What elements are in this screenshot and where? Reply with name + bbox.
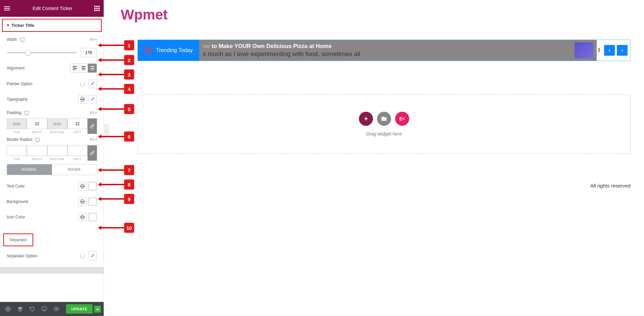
update-dropdown[interactable]	[94, 306, 101, 313]
link-icon	[90, 151, 95, 155]
width-label: Width	[7, 37, 17, 42]
text-color-control: Text Color	[0, 178, 104, 194]
device-icon[interactable]	[35, 138, 40, 141]
separator-edit-button[interactable]	[88, 252, 97, 260]
background-globe[interactable]	[78, 197, 87, 206]
ticker-nav: ‹ ›	[601, 40, 630, 61]
annotation-badge: 6	[124, 131, 134, 142]
padding-top-input[interactable]	[7, 118, 27, 129]
update-button[interactable]: UPDATE	[66, 304, 93, 314]
pointer-reset-button[interactable]	[78, 80, 87, 88]
section-ticker-title[interactable]: Ticker Title	[2, 19, 102, 32]
device-icon[interactable]	[24, 111, 29, 114]
text-color-globe[interactable]	[78, 182, 87, 191]
background-label: Background	[7, 199, 28, 204]
ticker-title-block: Trending Today	[138, 40, 199, 61]
menu-icon[interactable]	[4, 6, 11, 10]
section-label: Ticker Title	[11, 23, 34, 28]
padding-link-button[interactable]	[88, 118, 97, 134]
padding-right-input[interactable]	[27, 118, 47, 129]
add-template-button[interactable]	[377, 112, 391, 126]
annotation-badge: 9	[124, 194, 134, 204]
br-bottom-input[interactable]	[47, 145, 67, 156]
typography-control: Typography	[0, 92, 104, 107]
footer-rights: All rights reserved	[590, 183, 631, 189]
br-left-input[interactable]	[67, 145, 88, 156]
width-control: Width PX	[0, 34, 104, 45]
history-icon[interactable]	[27, 304, 38, 314]
align-right-button[interactable]	[88, 64, 97, 72]
typography-label: Typography	[7, 97, 28, 102]
icon-color-control: Icon Color	[0, 209, 104, 225]
ticker-indicator-icon	[145, 47, 152, 54]
pencil-icon	[90, 254, 95, 258]
padding-unit[interactable]: PX	[90, 111, 97, 115]
add-section-button[interactable]: +	[359, 112, 373, 126]
pencil-icon	[90, 97, 95, 102]
drop-area[interactable]: + E< Drag widget here	[138, 95, 631, 154]
padding-bottom-input[interactable]	[47, 118, 67, 129]
align-center-button[interactable]	[79, 64, 88, 72]
brand-title: Wpmet	[121, 7, 631, 23]
border-radius-unit[interactable]: PX	[90, 138, 97, 142]
border-radius-label: Border Radius	[7, 137, 33, 142]
preview-icon[interactable]	[51, 304, 62, 314]
ticker-widget[interactable]: Trending Today ow to Make YOUR Own Delic…	[138, 40, 631, 61]
tab-hover[interactable]: HOVER	[52, 164, 97, 175]
alignment-group	[70, 63, 97, 73]
icon-color-globe[interactable]	[78, 213, 87, 221]
ticker-subline: s much as I love experimenting with food…	[203, 50, 571, 58]
annotation-badge: 4	[124, 84, 134, 94]
icon-color-label: Icon Color	[7, 215, 25, 219]
padding-inputs: TOP RIGHT BOTTOM LEFT	[0, 118, 104, 134]
panel-title: Edit Content Ticker	[33, 6, 72, 11]
link-icon	[90, 124, 95, 128]
typography-globe-button[interactable]	[78, 95, 87, 104]
globe-icon	[80, 199, 85, 204]
padding-control: Padding PX	[0, 107, 104, 118]
ticker-thumbnail	[575, 42, 593, 58]
typography-edit-button[interactable]	[88, 95, 97, 104]
svg-rect-1	[42, 307, 46, 310]
annotation-badge: 10	[124, 223, 134, 233]
annotation-badge: 8	[124, 179, 134, 190]
br-right-input[interactable]	[27, 145, 47, 156]
padding-left-input[interactable]	[67, 118, 88, 129]
width-input[interactable]	[80, 48, 97, 57]
state-tabs: NORMAL HOVER	[7, 164, 97, 175]
separator-reset-button[interactable]	[78, 252, 87, 260]
preview-area: Wpmet Trending Today ow to Make YOUR Own…	[104, 0, 644, 316]
icon-color-swatch[interactable]	[88, 213, 97, 221]
separator-option-control: Separator Option	[0, 248, 104, 264]
chevron-down-icon	[7, 24, 9, 26]
annotation-badge: 2	[124, 55, 134, 65]
annotation-badge: 3	[124, 69, 134, 80]
annotation-badge: 5	[124, 104, 134, 114]
sidebar-header: Edit Content Ticker	[0, 0, 104, 17]
align-left-button[interactable]	[70, 64, 79, 72]
svg-point-2	[56, 308, 57, 310]
device-icon[interactable]	[20, 38, 24, 41]
responsive-icon[interactable]	[39, 304, 50, 314]
color-swatch	[89, 213, 96, 221]
ticker-title-text: Trending Today	[156, 47, 193, 53]
ticker-next-button[interactable]: ›	[617, 45, 628, 56]
ticker-prev-button[interactable]: ‹	[604, 45, 615, 56]
width-slider[interactable]	[7, 52, 77, 53]
settings-icon[interactable]	[3, 304, 13, 314]
add-ek-button[interactable]: E<	[395, 112, 409, 126]
annotation-badge: 7	[124, 165, 134, 175]
navigator-icon[interactable]	[15, 304, 25, 314]
background-swatch[interactable]	[88, 197, 97, 206]
br-top-input[interactable]	[7, 145, 27, 156]
alignment-control: Alignment	[0, 60, 104, 76]
text-color-swatch[interactable]	[88, 182, 97, 191]
apps-icon[interactable]	[94, 6, 100, 11]
pointer-label: Pointer Option	[7, 82, 33, 86]
br-link-button[interactable]	[88, 145, 97, 161]
pointer-edit-button[interactable]	[88, 80, 97, 88]
tab-normal[interactable]: NORMAL	[7, 164, 52, 175]
sidebar-content: Ticker Title Width PX Alignment	[0, 17, 104, 302]
width-unit[interactable]: PX	[90, 38, 97, 42]
reset-icon	[80, 82, 85, 86]
